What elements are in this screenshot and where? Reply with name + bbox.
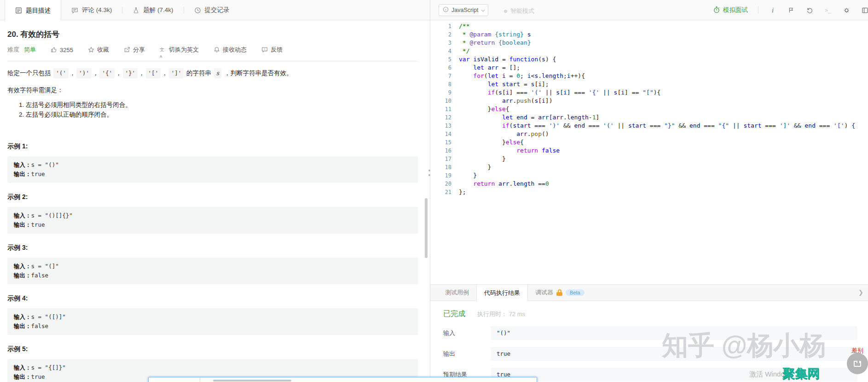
code-line: 4 */ xyxy=(430,47,868,55)
line-number: 4 xyxy=(430,47,459,55)
diff-label: 差别 xyxy=(851,347,863,355)
code-text: let arr = []; xyxy=(459,64,520,72)
row-label: 输出 xyxy=(443,350,491,358)
code-line: 15 }else{ xyxy=(430,138,868,147)
code-line: 11 }else{ xyxy=(430,105,868,113)
examples-container: 示例 1:输入：s = "()"输出：true示例 2:输入：s = "()[]… xyxy=(7,142,418,382)
badge-circle xyxy=(847,353,868,374)
code-text: if(s[i] === '(' || s[i] === '{' || s[i] … xyxy=(459,88,660,97)
tab-comments[interactable]: 评论 (4.3k) xyxy=(61,0,122,20)
example-input-line: 输入：s = "()[]{}" xyxy=(14,211,411,220)
line-number: 19 xyxy=(430,171,459,180)
code-line: 10 arr.push(s[i]) xyxy=(430,97,868,105)
mock-interview-label: 模拟面试 xyxy=(723,6,748,14)
code-line: 14 arr.pop() xyxy=(430,130,868,138)
thumbs-up-icon xyxy=(51,47,57,53)
tab-label: 题目描述 xyxy=(26,6,51,15)
code-line: 8 let start = s[i]; xyxy=(430,80,868,88)
inline-code: ']' xyxy=(169,68,184,78)
subscribe-button[interactable]: 接收动态 xyxy=(214,46,247,54)
translate-icon: 文A xyxy=(160,47,166,53)
layout-icon[interactable] xyxy=(861,6,868,14)
reset-code-icon[interactable] xyxy=(805,6,814,14)
code-line: 2 * @param {string} s xyxy=(430,30,868,39)
example-input-line: 输入：s = "{[]}" xyxy=(14,363,411,372)
line-number: 2 xyxy=(430,30,459,39)
example-output-line: 输出：true xyxy=(14,170,411,179)
favorite-button[interactable]: 收藏 xyxy=(88,46,109,54)
panel-divider[interactable] xyxy=(430,0,430,382)
mock-interview-button[interactable]: 模拟面试 xyxy=(713,6,748,15)
console-tab-debugger[interactable]: 调试器 Beta xyxy=(528,285,592,300)
console-tab-label: 测试用例 xyxy=(445,288,469,297)
example-output-line: 输出：false xyxy=(14,322,411,331)
clock-icon xyxy=(194,7,201,14)
inline-code: s xyxy=(214,68,221,78)
problem-title: 20. 有效的括号 xyxy=(7,29,418,40)
terminal-icon[interactable]: >_ xyxy=(824,6,832,14)
chevron-right-icon[interactable]: ❯ xyxy=(858,289,863,296)
code-text: if(start === ')' && end === '(' || start… xyxy=(459,122,855,130)
bottom-popup[interactable] xyxy=(148,377,537,382)
feedback-button[interactable]: 反馈 xyxy=(261,46,283,54)
code-text: } xyxy=(459,155,506,163)
code-text: * @return {boolean} xyxy=(459,39,531,47)
code-area: 1/**2 * @param {string} s3 * @return {bo… xyxy=(430,22,868,196)
share-button[interactable]: 分享 xyxy=(124,46,145,54)
line-number: 9 xyxy=(430,88,459,97)
flask-icon xyxy=(133,7,139,14)
code-line: 5var isValid = function(s) { xyxy=(430,55,868,64)
example-input-line: 输入：s = "()" xyxy=(14,160,411,170)
example-input-line: 输入：s = "([)]" xyxy=(14,312,411,322)
code-text: for(let i = 0; i<s.length;i++){ xyxy=(459,72,585,80)
tab-label: 评论 (4.3k) xyxy=(82,6,112,14)
drag-handle[interactable] xyxy=(428,167,430,179)
editor-toolbar-right: 模拟面试 i >_ xyxy=(713,0,864,20)
console-tab-testcase[interactable]: 测试用例 xyxy=(438,285,476,300)
star-icon xyxy=(88,47,94,53)
tab-solutions[interactable]: 题解 (7.4k) xyxy=(122,0,183,20)
line-number: 1 xyxy=(430,22,459,30)
example-output-line: 输出：true xyxy=(14,220,411,229)
beta-badge: Beta xyxy=(566,289,584,296)
scrollbar-thumb[interactable] xyxy=(425,198,428,258)
code-editor[interactable]: 1/**2 * @param {string} s3 * @return {bo… xyxy=(430,21,868,284)
language-select[interactable]: JavaScript xyxy=(439,4,488,16)
settings-gear-icon[interactable] xyxy=(842,6,851,14)
example-output-line: 输出：false xyxy=(14,271,411,280)
code-text: /** xyxy=(459,22,469,30)
rule-item: 左括号必须以正确的顺序闭合。 xyxy=(26,110,418,119)
line-number: 8 xyxy=(430,80,459,88)
popup-text-fragment xyxy=(213,380,291,382)
line-number: 12 xyxy=(430,113,459,122)
info-icon[interactable]: i xyxy=(769,6,777,14)
example-title: 示例 1: xyxy=(7,142,418,151)
difficulty-label: 难度 xyxy=(7,46,19,54)
line-number: 18 xyxy=(430,163,459,171)
subscribe-label: 接收动态 xyxy=(223,46,247,54)
language-icon xyxy=(443,6,449,14)
example-input-line: 输入：s = "(]" xyxy=(14,262,411,271)
code-text: let start = s[i]; xyxy=(459,80,549,88)
code-text: return false xyxy=(459,147,560,155)
switch-english-button[interactable]: 文A 切换为英文 xyxy=(160,46,199,54)
like-button[interactable]: 3255 xyxy=(51,47,73,53)
code-line: 18 } xyxy=(430,163,868,171)
smart-mode-toggle[interactable]: 智能模式 xyxy=(504,7,534,15)
console-tab-result[interactable]: 代码执行结果 xyxy=(476,285,528,301)
book-badge-icon xyxy=(854,361,861,367)
line-number: 17 xyxy=(430,155,459,163)
tab-problem-description[interactable]: 题目描述 xyxy=(5,0,61,21)
tab-submissions[interactable]: 提交记录 xyxy=(184,0,240,20)
example-title: 示例 5: xyxy=(7,345,418,353)
likes-count: 3255 xyxy=(60,47,73,53)
problem-description: 给定一个只包括 '('，')'，'{'，'}'，'['，']' 的字符串 s ，… xyxy=(7,68,418,78)
runtime-label: 执行用时： xyxy=(477,311,507,317)
code-line: 3 * @return {boolean} xyxy=(430,39,868,47)
feedback-label: 反馈 xyxy=(271,46,283,54)
console-row: 输入"()" xyxy=(443,326,868,340)
flag-icon[interactable] xyxy=(787,6,795,14)
code-text: }else{ xyxy=(459,105,509,113)
line-number: 16 xyxy=(430,147,459,155)
runtime-value: 72 ms xyxy=(509,311,525,317)
